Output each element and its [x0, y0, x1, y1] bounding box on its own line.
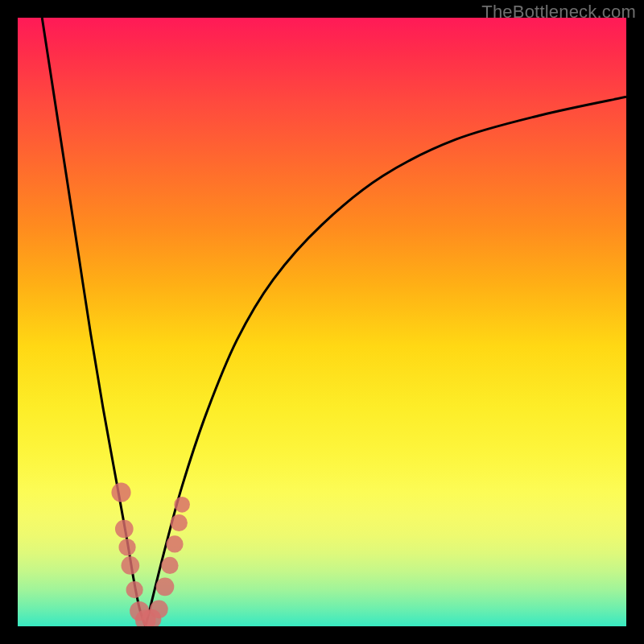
- data-dot: [118, 539, 135, 555]
- data-dot: [166, 535, 183, 552]
- data-dot: [161, 557, 178, 574]
- data-dot: [150, 600, 168, 618]
- chart-frame: TheBottleneck.com: [0, 0, 644, 644]
- data-dot: [111, 483, 130, 502]
- data-dot: [126, 581, 143, 598]
- plot-area: [18, 18, 626, 626]
- curves-svg: [18, 18, 626, 626]
- data-dot: [174, 497, 190, 513]
- data-dot: [171, 514, 188, 531]
- data-dot: [122, 556, 140, 575]
- watermark-text: TheBottleneck.com: [481, 2, 636, 23]
- right-branch-curve: [146, 97, 626, 626]
- data-dot: [115, 520, 134, 539]
- data-dot: [156, 578, 175, 597]
